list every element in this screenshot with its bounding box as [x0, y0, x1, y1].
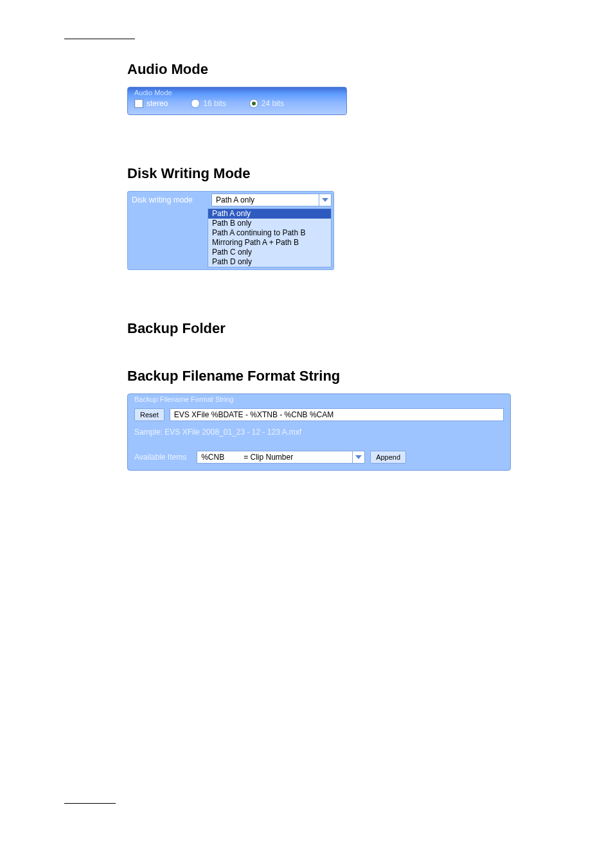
audio-mode-row: stereo 16 bits 24 bits — [134, 99, 340, 108]
sample-prefix: Sample: — [134, 428, 164, 437]
stereo-checkbox[interactable]: stereo — [134, 99, 168, 108]
top-rule — [64, 39, 135, 39]
disk-writing-combobox[interactable]: Path A only — [211, 194, 332, 206]
reset-button[interactable]: Reset — [134, 408, 164, 421]
format-string-input[interactable]: EVS XFile %BDATE - %XTNB - %CNB %CAM — [170, 408, 504, 421]
stereo-label: stereo — [147, 99, 168, 108]
disk-writing-label: Disk writing mode — [128, 193, 211, 207]
24bits-radio[interactable]: 24 bits — [249, 99, 284, 108]
heading-audio-mode: Audio Mode — [127, 61, 549, 78]
disk-option[interactable]: Mirroring Path A + Path B — [208, 238, 331, 248]
available-items-row: Available Items %CNB = Clip Number Appen… — [134, 451, 504, 464]
disk-option[interactable]: Path D only — [208, 257, 331, 267]
sample-line: Sample: EVS XFile 2008_01_23 - 12 - 123 … — [134, 428, 504, 437]
16bits-radio[interactable]: 16 bits — [191, 99, 226, 108]
sample-value: EVS XFile 2008_01_23 - 12 - 123 A.mxf — [164, 428, 301, 437]
backup-filename-legend: Backup Filename Format String — [134, 395, 504, 403]
page: Audio Mode Audio Mode stereo 16 bits 24 … — [0, 0, 613, 868]
available-items-selected: %CNB = Clip Number — [197, 451, 352, 463]
24bits-label: 24 bits — [262, 99, 284, 108]
available-item-desc: = Clip Number — [244, 451, 293, 463]
disk-option[interactable]: Path A only — [208, 209, 331, 219]
heading-disk-writing-mode: Disk Writing Mode — [127, 165, 549, 182]
chevron-down-icon[interactable] — [352, 451, 364, 463]
available-item-code: %CNB — [201, 451, 224, 463]
available-items-label: Available Items — [134, 453, 186, 462]
append-button[interactable]: Append — [370, 451, 406, 464]
backup-format-row: Reset EVS XFile %BDATE - %XTNB - %CNB %C… — [134, 408, 504, 421]
backup-filename-fieldset: Backup Filename Format String Reset EVS … — [127, 393, 511, 471]
disk-writing-row: Disk writing mode Path A only — [128, 192, 333, 208]
audio-mode-legend: Audio Mode — [134, 89, 340, 96]
available-items-combobox[interactable]: %CNB = Clip Number — [197, 451, 365, 464]
bottom-rule — [64, 803, 116, 804]
disk-option[interactable]: Path B only — [208, 219, 331, 228]
disk-writing-options-list[interactable]: Path A only Path B only Path A continuin… — [208, 208, 332, 267]
disk-writing-mode-panel: Disk writing mode Path A only Path A onl… — [127, 191, 334, 270]
disk-option[interactable]: Path A continuing to Path B — [208, 228, 331, 238]
heading-backup-filename-format: Backup Filename Format String — [127, 368, 549, 384]
checkbox-icon — [134, 99, 143, 108]
16bits-label: 16 bits — [203, 99, 226, 108]
disk-option[interactable]: Path C only — [208, 248, 331, 257]
heading-backup-folder: Backup Folder — [127, 320, 549, 337]
radio-icon — [249, 99, 258, 108]
audio-mode-fieldset: Audio Mode stereo 16 bits 24 bits — [127, 87, 347, 115]
disk-writing-selected: Path A only — [212, 194, 319, 206]
chevron-down-icon[interactable] — [319, 194, 331, 206]
radio-icon — [191, 99, 200, 108]
